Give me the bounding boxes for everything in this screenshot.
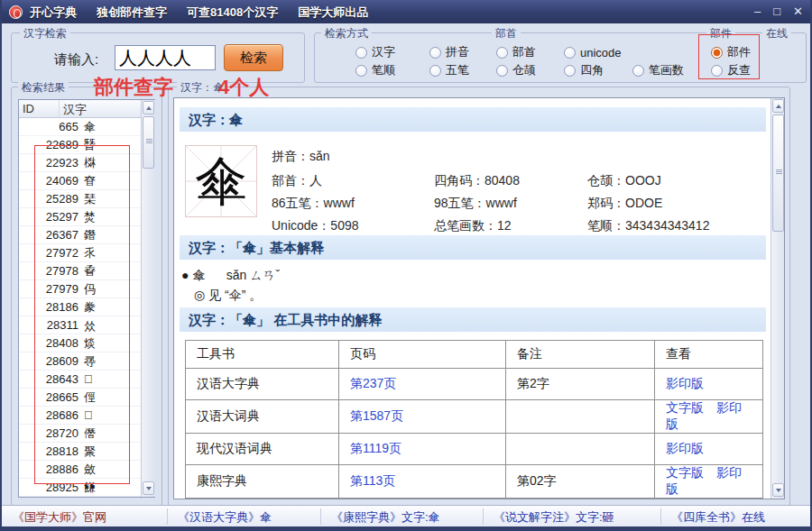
page-link[interactable]: 第113页 <box>350 473 395 488</box>
radio-option-反查[interactable]: 反查 <box>711 63 751 78</box>
list-item[interactable]: 27979㐷 <box>19 280 141 298</box>
status-item-3[interactable]: 《说文解字注》文字:砸 <box>494 509 614 526</box>
book-page-cell: 第237页 <box>339 369 506 400</box>
radio-option-unicode[interactable]: unicode <box>564 45 622 60</box>
results-list: ID 汉字 665傘22689朁22923棥24069眘25289琹25297焚… <box>18 99 155 498</box>
view-link[interactable]: 影印版 <box>666 376 704 390</box>
detail-scroll-thumb[interactable] <box>772 114 784 232</box>
radio-dot-icon[interactable] <box>564 65 576 77</box>
list-item[interactable]: 28886斂 <box>19 461 141 479</box>
list-item[interactable]: 28408㷋 <box>19 334 141 352</box>
radio-dot-icon[interactable] <box>496 47 508 59</box>
column-header-char[interactable]: 汉字 <box>60 100 141 117</box>
status-item-4[interactable]: 《四库全书》在线 <box>671 509 765 526</box>
list-item-char: 㷋 <box>84 335 141 352</box>
radio-option-仓颉[interactable]: 仓颉 <box>496 63 536 78</box>
radio-option-部件[interactable]: 部件 <box>711 45 751 60</box>
list-item[interactable]: 24069眘 <box>19 172 141 190</box>
radio-option-五笔[interactable]: 五笔 <box>429 63 469 78</box>
list-item-char: 棥 <box>84 155 141 171</box>
list-item-char: 鐕 <box>84 227 141 243</box>
radio-option-笔画数[interactable]: 笔画数 <box>632 63 684 78</box>
list-item[interactable]: 25289琹 <box>19 190 141 208</box>
list-item[interactable]: 28686𠌻 <box>19 407 141 425</box>
list-item[interactable]: 665傘 <box>19 118 141 136</box>
scroll-thumb[interactable] <box>143 116 154 169</box>
minimize-button[interactable]: – <box>754 0 761 23</box>
info-field: 笔顺：343434343412 <box>587 218 709 234</box>
list-item[interactable]: 28720僭 <box>19 425 141 443</box>
detail-scroll-up-button[interactable] <box>772 99 784 113</box>
detail-scroll-down-button[interactable] <box>772 483 784 497</box>
radio-dot-icon[interactable] <box>564 47 576 59</box>
list-item-id: 28665 <box>19 390 84 404</box>
status-bar: 《国学大师》官网《汉语大字典》傘《康熙字典》文字:傘《说文解字注》文字:砸《四库… <box>2 505 810 526</box>
detail-scrollbar[interactable] <box>770 98 785 499</box>
list-item[interactable]: 28609㝷 <box>19 352 141 371</box>
list-item[interactable]: 27972乑 <box>19 244 141 262</box>
radio-dot-icon[interactable] <box>355 47 367 59</box>
search-input[interactable] <box>115 45 216 70</box>
status-separator <box>660 508 661 525</box>
list-item-char: 聚 <box>84 444 141 460</box>
list-item-char: 乑 <box>84 245 141 261</box>
list-item[interactable]: 26367鐕 <box>19 226 141 244</box>
list-item[interactable]: 28818聚 <box>19 443 141 461</box>
radio-option-汉字[interactable]: 汉字 <box>355 45 395 60</box>
maximize-button[interactable]: □ <box>773 0 780 23</box>
status-item-1[interactable]: 《汉语大字典》傘 <box>178 509 272 526</box>
radio-dot-icon[interactable] <box>429 47 441 59</box>
view-link[interactable]: 文字版 <box>666 400 704 415</box>
scroll-up-button[interactable] <box>143 101 154 114</box>
list-item[interactable]: 22689朁 <box>19 136 141 154</box>
list-item-id: 28408 <box>19 336 84 350</box>
results-scrollbar[interactable] <box>141 100 155 497</box>
info-field: 总笔画数：12 <box>434 218 512 234</box>
list-item[interactable]: 28311𠈌 <box>19 316 141 334</box>
title-part-0: 开心字典 <box>30 5 77 19</box>
list-item-id: 25289 <box>19 192 84 206</box>
radio-dot-icon[interactable] <box>429 65 441 77</box>
status-item-0[interactable]: 《国学大师》官网 <box>13 509 106 526</box>
radio-dot-icon[interactable] <box>632 65 644 77</box>
list-item-id: 25297 <box>19 210 84 224</box>
radio-dot-icon[interactable] <box>711 65 723 77</box>
page-link[interactable]: 第237页 <box>350 376 396 390</box>
list-item[interactable]: 22923棥 <box>19 154 141 172</box>
list-item-char: 𠈌 <box>84 316 141 334</box>
close-button[interactable]: ✕ <box>793 0 803 23</box>
books-column-header: 页码 <box>339 341 506 369</box>
view-link[interactable]: 影印版 <box>666 441 704 455</box>
radio-option-部首[interactable]: 部首 <box>496 45 536 60</box>
page-link[interactable]: 第1119页 <box>350 441 401 455</box>
list-item-id: 22923 <box>19 156 84 169</box>
list-item[interactable]: 25297焚 <box>19 208 141 226</box>
search-button[interactable]: 检索 <box>224 44 283 71</box>
radio-option-四角[interactable]: 四角 <box>564 63 604 78</box>
list-item[interactable]: 28925䭑 <box>19 479 141 497</box>
list-item[interactable]: 28665俓 <box>19 389 141 407</box>
title-part-2: 可查81408个汉字 <box>187 5 278 19</box>
scroll-down-button[interactable] <box>143 481 154 495</box>
status-separator <box>320 508 321 525</box>
books-header-row: 工具书页码备注查看 <box>186 341 763 369</box>
list-item-id: 26367 <box>19 228 84 242</box>
radio-label: 部件 <box>727 44 751 60</box>
book-view-cell: 文字版影印版 <box>655 465 763 499</box>
status-item-2[interactable]: 《康熙字典》文字:傘 <box>331 509 440 526</box>
list-item-id: 28686 <box>19 408 84 422</box>
radio-dot-icon[interactable] <box>496 65 508 77</box>
column-header-id[interactable]: ID <box>19 100 60 117</box>
list-item[interactable]: 27978孴 <box>19 262 141 280</box>
page-link[interactable]: 第1587页 <box>350 408 403 423</box>
view-link[interactable]: 文字版 <box>666 465 704 480</box>
list-item[interactable]: 28643𠎃 <box>19 371 141 389</box>
list-item-char: 䭑 <box>84 480 141 496</box>
radio-dot-icon[interactable] <box>355 65 367 77</box>
radio-option-拼音[interactable]: 拼音 <box>429 45 469 60</box>
radio-label: 四角 <box>580 62 604 78</box>
radio-option-笔顺[interactable]: 笔顺 <box>355 63 395 78</box>
book-note-cell: 第02字 <box>506 465 655 499</box>
radio-dot-icon[interactable] <box>711 47 723 59</box>
list-item[interactable]: 28186豢 <box>19 298 141 316</box>
